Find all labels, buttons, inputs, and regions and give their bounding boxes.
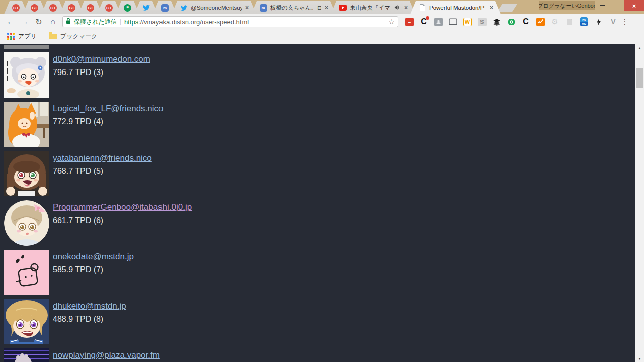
lightning-extension-icon[interactable] <box>594 17 603 26</box>
user-row: dhukeito@mstdn.jp 488.9 TPD (8) <box>4 299 635 344</box>
url-text[interactable]: https://vinayaka.distsn.org/user-speed.h… <box>124 18 385 26</box>
secure-lock-icon <box>66 17 71 26</box>
browser-window: G+ G+ G+ G+ G+ G+ ❝ m @SomeoneMentsuyu ×… <box>0 0 644 362</box>
apps-shortcut[interactable]: アプリ <box>7 32 37 41</box>
user-row: Logical_fox_LF@friends.nico 772.9 TPD (4… <box>4 102 635 147</box>
home-button[interactable]: ⌂ <box>46 15 59 28</box>
address-bar[interactable]: 保護された通信 | https://vinayaka.distsn.org/us… <box>62 16 398 27</box>
user-row: yatabanienn@friends.nico 768.7 TPD (5) <box>4 151 635 196</box>
bookmarks-folder-label: ブックマーク <box>60 32 97 41</box>
new-tab-button[interactable] <box>497 4 517 12</box>
browser-toolbar: ← → ↻ ⌂ 保護された通信 | https://vinayaka.dists… <box>0 14 644 29</box>
reload-button[interactable]: ↻ <box>32 15 45 28</box>
crescent-c-extension-icon[interactable]: C <box>521 17 530 26</box>
crescent-c-badged-extension-icon[interactable]: C <box>419 17 428 26</box>
avatar-partial-previous-user <box>4 45 49 49</box>
weblio-w-extension-icon[interactable]: W <box>463 17 472 26</box>
tab-youtube[interactable]: 東山奈央「イマココ ( × <box>331 1 415 14</box>
layers-extension-icon[interactable] <box>492 17 501 26</box>
page-document-icon <box>418 4 426 12</box>
apps-label: アプリ <box>18 32 37 41</box>
user-row: nowplaying@plaza.vapor.fm <box>4 348 635 362</box>
extensions-strip: ••• C W S C ⚙ mON V <box>405 17 618 26</box>
tab-close-icon[interactable]: × <box>245 5 249 11</box>
profile-extension-icon[interactable] <box>434 17 443 26</box>
restore-icon <box>615 4 619 8</box>
user-handle-link[interactable]: d0nk0@mimumedon.com <box>53 54 150 64</box>
tab-title: Powerful Mastodon/P <box>429 5 487 11</box>
folder-icon <box>49 34 57 39</box>
doc-disabled-extension-icon[interactable] <box>565 17 574 26</box>
google-plus-icon: G+ <box>12 4 20 12</box>
user-tpd: 661.7 TPD (6) <box>53 215 192 226</box>
avatar-d0nk0 <box>4 52 49 98</box>
tab-strip: G+ G+ G+ G+ G+ G+ ❝ m @SomeoneMentsuyu ×… <box>0 0 644 14</box>
v-gray-extension-icon[interactable]: V <box>609 17 618 26</box>
back-button[interactable]: ← <box>4 15 17 28</box>
tab-close-icon[interactable]: × <box>325 5 328 11</box>
user-tpd: 585.9 TPD (7) <box>53 264 134 275</box>
user-handle-link[interactable]: Logical_fox_LF@friends.nico <box>53 104 164 113</box>
bookmark-star-icon[interactable]: ☆ <box>388 18 395 26</box>
minimize-button[interactable] <box>595 0 610 11</box>
cast-extension-icon[interactable] <box>448 17 457 26</box>
tab-close-icon[interactable]: × <box>404 5 408 11</box>
scrollbar-thumb[interactable] <box>636 68 643 88</box>
security-label[interactable]: 保護された通信 <box>74 18 117 26</box>
tab-twitter-mentions[interactable]: @SomeoneMentsuyu × <box>172 1 256 14</box>
chart-orange-extension-icon[interactable] <box>536 17 545 26</box>
avatar-dhukeito <box>4 299 49 344</box>
omnibox-separator: | <box>120 18 121 25</box>
user-tpd: 768.7 TPD (5) <box>53 166 152 176</box>
mastodon-icon: m <box>161 4 169 12</box>
google-plus-icon: G+ <box>68 4 76 12</box>
user-row: d0nk0@mimumedon.com 796.7 TPD (3) <box>4 52 635 98</box>
tab-title: 板橋の玄ちゃん。ロ: <box>270 4 321 12</box>
user-tpd: 796.7 TPD (3) <box>53 67 150 78</box>
hangouts-icon: ❝ <box>124 4 132 12</box>
tab-close-icon[interactable]: × <box>490 5 493 11</box>
window-controls: × <box>595 0 644 11</box>
avatar-nowplaying <box>4 348 49 362</box>
google-plus-icon: G+ <box>49 4 57 12</box>
close-button[interactable]: × <box>624 0 644 11</box>
chrome-menu-icon[interactable]: ⋮ <box>620 15 630 28</box>
page-content: d0nk0@mimumedon.com 796.7 TPD (3) <box>0 44 635 362</box>
user-tpd: 488.9 TPD (8) <box>53 314 126 324</box>
user-row: onekodate@mstdn.jp 585.9 TPD (7) <box>4 250 635 295</box>
apps-grid-icon <box>7 33 15 40</box>
user-handle-link[interactable]: ProgrammerGenboo@itabashi.0j0.jp <box>53 202 192 212</box>
restore-button[interactable] <box>610 0 624 11</box>
bookmarks-folder[interactable]: ブックマーク <box>49 32 97 41</box>
user-tpd: 772.9 TPD (4) <box>53 116 164 127</box>
tab-mastodon-itabashi[interactable]: m 板橋の玄ちゃん。ロ: × <box>251 1 336 14</box>
mastodon-on-extension-icon[interactable]: mON <box>580 17 589 26</box>
user-handle-link[interactable]: dhukeito@mstdn.jp <box>53 301 126 311</box>
tab-powerful-mastodon-active[interactable]: Powerful Mastodon/P × <box>410 1 501 14</box>
twitter-bird-icon <box>180 4 188 12</box>
avatar-onekodate <box>4 250 49 295</box>
user-handle-link[interactable]: onekodate@mstdn.jp <box>53 252 134 261</box>
s-letter-extension-icon[interactable]: S <box>477 17 487 26</box>
google-plus-icon: G+ <box>31 4 39 12</box>
notification-badge <box>426 16 429 20</box>
bookmarks-bar: アプリ ブックマーク <box>0 29 644 44</box>
scrollbar-down-arrow-icon[interactable]: ▼ <box>635 355 644 362</box>
scrollbar-up-arrow-icon[interactable]: ▲ <box>635 44 644 51</box>
avatar-yatabanienn <box>4 151 49 196</box>
forward-button[interactable]: → <box>18 15 31 28</box>
twitter-bird-icon <box>142 4 150 12</box>
minimize-icon <box>600 5 605 6</box>
user-handle-link[interactable]: yatabanienn@friends.nico <box>53 153 152 163</box>
window-title-badge: プログラなーいGenboo <box>539 1 595 10</box>
red-dots-extension-icon[interactable]: ••• <box>405 17 414 26</box>
eye-green-extension-icon[interactable] <box>507 17 516 26</box>
avatar-logical-fox <box>4 102 49 147</box>
google-plus-icon: G+ <box>105 4 113 12</box>
tab-title: @SomeoneMentsuyu <box>191 5 242 11</box>
user-handle-link[interactable]: nowplaying@plaza.vapor.fm <box>53 350 160 360</box>
avatar-programmergenboo <box>4 200 49 246</box>
gear-disabled-extension-icon[interactable]: ⚙ <box>550 17 559 26</box>
vertical-scrollbar[interactable]: ▲ ▼ <box>635 44 644 362</box>
tab-audio-speaker-icon <box>394 3 400 12</box>
